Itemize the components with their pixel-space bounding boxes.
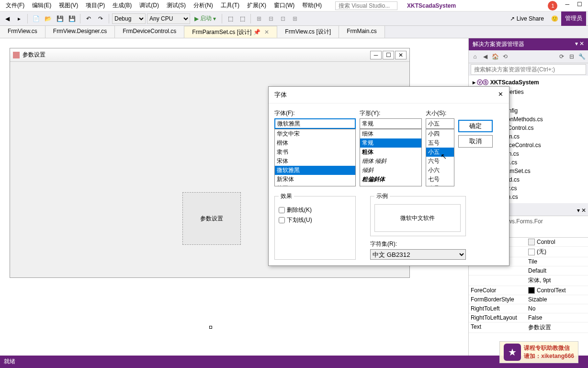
menu-analyze[interactable]: 分析(N) <box>190 0 217 11</box>
feedback-icon[interactable]: 🙂 <box>549 13 560 24</box>
panel-menu-icon[interactable]: ▾ ✕ <box>577 207 586 214</box>
saveall-icon[interactable]: 💾 <box>67 13 77 24</box>
size-option[interactable]: 小六 <box>426 166 454 175</box>
style-input[interactable] <box>360 118 422 129</box>
resize-handle[interactable] <box>209 326 212 329</box>
align-icon[interactable]: ⊞ <box>290 13 300 24</box>
charset-select[interactable]: 中文 GB2312 <box>370 249 466 260</box>
style-option[interactable]: 细体 <box>360 129 421 138</box>
form-min-icon[interactable]: ─ <box>370 51 382 59</box>
redo-icon[interactable]: ↷ <box>95 13 106 24</box>
dialog-close-icon[interactable]: ✕ <box>498 91 503 99</box>
ok-button[interactable]: 确定 <box>458 120 493 132</box>
menu-help[interactable]: 帮助(H) <box>298 0 326 11</box>
style-list[interactable]: 细体常规粗体细体 倾斜倾斜粗偏斜体 <box>360 129 422 186</box>
menu-project[interactable]: 项目(P) <box>82 0 109 11</box>
size-option[interactable]: 六号 <box>426 157 454 166</box>
prop-row[interactable]: Text参数设置 <box>469 322 588 333</box>
tab-0[interactable]: FrmView.cs <box>0 26 45 38</box>
tab-3[interactable]: FrmParamSet.cs [设计]📌✕ <box>184 26 277 38</box>
font-option[interactable]: 楷体 <box>275 138 355 148</box>
font-option[interactable]: 宋体 <box>275 157 355 166</box>
size-option[interactable]: 五号 <box>426 138 454 148</box>
forward-icon[interactable]: ▸ <box>14 13 24 24</box>
menu-test[interactable]: 测试(S) <box>163 0 190 11</box>
menu-file[interactable]: 文件(F) <box>2 0 28 11</box>
open-icon[interactable]: 📂 <box>43 13 53 24</box>
props-icon[interactable]: 🔧 <box>577 52 586 61</box>
style-option[interactable]: 常规 <box>360 138 421 148</box>
align-icon[interactable]: ⊞ <box>254 13 264 24</box>
liveshare-button[interactable]: ↗ Live Share <box>506 15 548 22</box>
menubar: 文件(F) 编辑(E) 视图(V) 项目(P) 生成(B) 调试(D) 测试(S… <box>0 0 588 12</box>
size-label: 大小(S): <box>426 109 454 117</box>
prop-row[interactable]: 宋体, 9pt <box>469 276 588 286</box>
platform-select[interactable]: Any CPU <box>147 13 190 24</box>
config-select[interactable]: Debug <box>112 13 146 24</box>
style-option[interactable]: 倾斜 <box>360 166 421 175</box>
search-input[interactable] <box>335 1 397 10</box>
align-icon[interactable]: ⊟ <box>266 13 276 24</box>
size-list[interactable]: 小四五号小五六号小六七号八号 <box>426 129 454 186</box>
prop-row[interactable]: Default <box>469 266 588 276</box>
undo-icon[interactable]: ↶ <box>83 13 94 24</box>
size-option[interactable]: 小五 <box>426 148 454 157</box>
solution-search[interactable] <box>471 64 586 75</box>
size-option[interactable]: 小四 <box>426 129 454 138</box>
align-icon[interactable]: ⊡ <box>278 13 288 24</box>
maximize-button[interactable]: ☐ <box>577 1 582 11</box>
tool-icon[interactable]: ⬚ <box>225 13 236 24</box>
style-option[interactable]: 粗偏斜体 <box>360 175 421 184</box>
start-button[interactable]: ▶ 启动 ▾ <box>192 14 219 23</box>
back-icon[interactable]: ◀ <box>481 52 489 61</box>
form-close-icon[interactable]: ✕ <box>395 51 407 59</box>
tab-1[interactable]: FrmView.Designer.cs <box>45 26 115 38</box>
form-title: 参数设置 <box>23 51 45 59</box>
menu-window[interactable]: 窗口(W) <box>270 0 298 11</box>
tab-4[interactable]: FrmView.cs [设计] <box>277 26 339 38</box>
underline-checkbox[interactable]: 下划线(U) <box>279 216 351 224</box>
sync-icon[interactable]: ⟲ <box>501 52 509 61</box>
menu-debug[interactable]: 调试(D) <box>136 0 163 11</box>
menu-extensions[interactable]: 扩展(X) <box>243 0 270 11</box>
style-option[interactable]: 细体 倾斜 <box>360 157 421 166</box>
home-icon[interactable]: ⌂ <box>471 52 479 61</box>
back-icon[interactable]: ◀ <box>2 13 12 24</box>
tab-5[interactable]: FrmMain.cs <box>339 26 385 38</box>
prop-row[interactable]: RightToLeftLayoutFalse <box>469 313 588 322</box>
prop-row[interactable]: RightToLeftNo <box>469 304 588 313</box>
strike-checkbox[interactable]: 删除线(K) <box>279 206 351 214</box>
prop-row[interactable]: ForeColorControlText <box>469 286 588 295</box>
font-option[interactable]: 微软雅黑 <box>275 166 355 175</box>
form-max-icon[interactable]: ☐ <box>383 51 394 59</box>
refresh-icon[interactable]: ⟳ <box>557 52 566 61</box>
button-control[interactable]: 参数设置 <box>182 192 241 245</box>
font-list[interactable]: 华文中宋楷体隶书宋体微软雅黑新宋体幼圆 <box>274 129 356 186</box>
sample-preview: 微软中文软件 <box>374 204 461 232</box>
menu-view[interactable]: 视图(V) <box>55 0 82 11</box>
font-input[interactable] <box>274 118 356 129</box>
font-option[interactable]: 新宋体 <box>275 175 355 184</box>
size-option[interactable]: 八号 <box>426 184 454 186</box>
menu-build[interactable]: 生成(B) <box>109 0 136 11</box>
tab-2[interactable]: FrmDeviceControl.cs <box>115 26 184 38</box>
size-option[interactable]: 七号 <box>426 175 454 184</box>
minimize-button[interactable]: ─ <box>565 1 569 11</box>
solution-toolbar: ⌂ ◀ 🏠 ⟲ ⟳ ⊟ 🔧 <box>469 50 588 63</box>
style-option[interactable]: 粗体 <box>360 148 421 157</box>
size-input[interactable] <box>426 118 454 129</box>
font-option[interactable]: 幼圆 <box>275 184 355 186</box>
collapse-icon[interactable]: ⊟ <box>567 52 576 61</box>
menu-edit[interactable]: 编辑(E) <box>28 0 55 11</box>
effects-label: 效果 <box>279 192 294 200</box>
prop-row[interactable]: FormBorderStyleSizable <box>469 295 588 304</box>
notification-badge[interactable]: 1 <box>548 1 557 11</box>
font-option[interactable]: 隶书 <box>275 148 355 157</box>
tool-icon[interactable]: ⬚ <box>237 13 248 24</box>
new-icon[interactable]: 📄 <box>31 13 41 24</box>
menu-tools[interactable]: 工具(T) <box>217 0 243 11</box>
font-option[interactable]: 华文中宋 <box>275 129 355 138</box>
save-icon[interactable]: 💾 <box>55 13 65 24</box>
home-icon[interactable]: 🏠 <box>491 52 499 61</box>
cancel-button[interactable]: 取消 <box>458 135 493 148</box>
